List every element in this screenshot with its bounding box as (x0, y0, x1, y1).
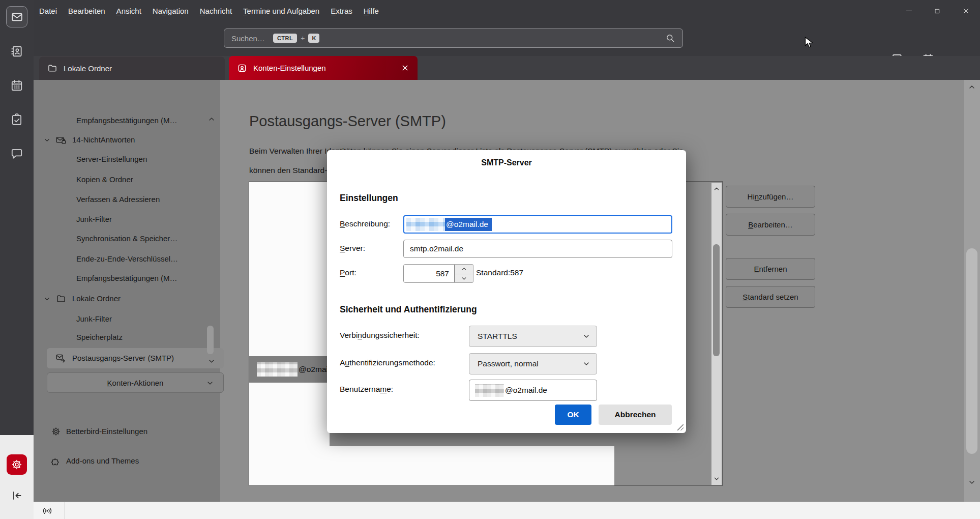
chevron-down-icon (582, 332, 590, 340)
server-details-panel (296, 446, 614, 485)
text-selection: @o2mail.de (406, 218, 492, 231)
tree-scroll-up-icon[interactable] (207, 115, 216, 123)
authentifizierungsmethode-label: Authentifizierungsmethode: (340, 358, 435, 367)
menu-hilfe[interactable]: Hilfe (358, 0, 384, 22)
tab-lokale-ordner[interactable]: Lokale Ordner (39, 56, 225, 80)
hinzufuegen-button[interactable]: Hinzufügen… (726, 186, 815, 208)
search-placeholder: Suchen… (231, 34, 265, 43)
menu-datei[interactable]: Datei (34, 0, 63, 22)
settings-gear-icon (11, 458, 23, 471)
tree-row-postausgangs-server[interactable]: Postausgangs-Server (SMTP) (47, 348, 224, 368)
port-label: Port: (340, 268, 357, 277)
listbox-scrollbar-thumb[interactable] (713, 244, 720, 356)
tree-row-empfangsbestaetigungen-2[interactable]: Empfangsbestätigungen (M… (76, 269, 177, 288)
spaces-toolbar (0, 0, 34, 519)
menu-termine[interactable]: Termine und Aufgaben (237, 0, 325, 22)
authentifizierungsmethode-value: Passwort, normal (478, 359, 539, 368)
puzzle-icon (51, 456, 61, 466)
tree-row-junk-filter-2[interactable]: Junk-Filter (76, 309, 112, 329)
collapse-spaces-icon[interactable] (10, 489, 23, 502)
selected-server-row[interactable]: @o2mail. (249, 356, 330, 383)
tree-scroll-down-icon[interactable] (207, 357, 216, 365)
mouse-cursor (803, 36, 816, 49)
menu-navigation[interactable]: Navigation (147, 0, 194, 22)
menu-nachricht[interactable]: Nachricht (194, 0, 237, 22)
tree-row-lokale-ordner[interactable]: Lokale Ordner (72, 289, 121, 308)
mail-account-lock-icon (55, 135, 66, 146)
tree-row-junk-filter-1[interactable]: Junk-Filter (76, 210, 112, 229)
benutzername-input[interactable]: @o2mail.de (469, 380, 597, 401)
tree-row-verfassen[interactable]: Verfassen & Adressieren (76, 190, 160, 209)
maximize-button[interactable] (923, 0, 952, 22)
close-icon (962, 7, 970, 15)
spin-down-icon (461, 275, 467, 282)
page-title: Postausgangs-Server (SMTP) (249, 113, 446, 130)
tree-row-empfangsbestaetigungen-1[interactable]: Empfangsbestätigungen (M… (76, 111, 177, 130)
status-bar (34, 502, 980, 519)
tree-row-server-einstellungen[interactable]: Server-Einstellungen (76, 150, 147, 169)
verbindungssicherheit-label: Verbindungssicherheit: (340, 331, 420, 340)
folder-icon (47, 63, 57, 73)
calendar-space-icon[interactable] (10, 79, 23, 92)
listbox-scroll-up-icon[interactable] (713, 185, 720, 192)
chat-space-icon[interactable] (10, 147, 23, 160)
port-input[interactable]: 587 (403, 264, 455, 283)
tasks-space-icon[interactable] (10, 113, 23, 126)
konten-aktionen-button[interactable]: Konten-Aktionen (47, 372, 224, 393)
tab-konten-einstellungen[interactable]: Konten-Einstellungen (229, 56, 418, 80)
listbox-scroll-down-icon[interactable] (713, 475, 720, 482)
main-scrollbar-thumb[interactable] (966, 248, 977, 454)
authentifizierungsmethode-select[interactable]: Passwort, normal (469, 353, 597, 374)
server-input[interactable]: smtp.o2mail.de (403, 240, 672, 258)
port-standard-hint: Standard:587 (476, 268, 523, 277)
expander-chevron-icon[interactable] (43, 295, 51, 303)
tree-row-speicherplatz[interactable]: Speicherplatz (76, 328, 123, 347)
broadcast-status-icon[interactable] (42, 505, 53, 516)
abbrechen-button[interactable]: Abbrechen (599, 405, 672, 425)
tree-scrollbar-thumb[interactable] (207, 326, 214, 354)
tree-row-kopien-ordner[interactable]: Kopien & Ordner (76, 170, 133, 189)
addressbook-space-icon[interactable] (10, 45, 23, 58)
port-spin-up-button[interactable] (455, 265, 473, 274)
standard-setzen-button[interactable]: Standard setzen (726, 286, 815, 308)
space-mail-button[interactable] (6, 6, 27, 27)
port-value: 587 (436, 269, 449, 278)
menubar: DateiBearbeitenAnsichtNavigationNachrich… (34, 0, 384, 22)
search-icon (665, 33, 675, 43)
tab-label: Konten-Einstellungen (253, 64, 326, 72)
gear-icon (51, 426, 61, 437)
account-icon (237, 63, 247, 73)
search-input[interactable]: Suchen… CTRL + K (224, 28, 683, 48)
menu-bearbeiten[interactable]: Bearbeiten (63, 0, 111, 22)
spin-up-icon (461, 266, 467, 272)
settings-space-button[interactable] (7, 454, 27, 475)
tree-row-synchronisation[interactable]: Synchronisation & Speicher… (76, 229, 177, 248)
addons-themes-item[interactable]: Add-ons und Themes (66, 456, 139, 466)
port-spin-down-button[interactable] (455, 274, 473, 283)
betterbird-einstellungen-item[interactable]: Betterbird-Einstellungen (66, 426, 147, 437)
entfernen-button[interactable]: Entfernen (726, 258, 815, 280)
shortcut-ctrl-badge: CTRL (273, 34, 297, 43)
ok-button[interactable]: OK (555, 405, 591, 425)
selected-server-label: @o2mail. (299, 356, 330, 383)
server-value: smtp.o2mail.de (410, 244, 463, 253)
app-window: DateiBearbeitenAnsichtNavigationNachrich… (0, 0, 980, 519)
tab-label: Lokale Ordner (64, 64, 112, 73)
main-scroll-up-icon[interactable] (968, 83, 976, 91)
close-button[interactable] (952, 0, 980, 22)
verbindungssicherheit-select[interactable]: STARTTLS (469, 326, 597, 347)
expander-chevron-icon[interactable] (43, 136, 51, 144)
minimize-button[interactable] (895, 0, 923, 22)
main-scroll-down-icon[interactable] (968, 478, 976, 486)
shortcut-k-badge: K (308, 34, 319, 43)
dialog-resize-grip[interactable] (676, 423, 684, 430)
beschreibung-input[interactable]: @o2mail.de (403, 215, 672, 234)
menu-extras[interactable]: Extras (325, 0, 358, 22)
tree-row-ende-zu-ende[interactable]: Ende-zu-Ende-Verschlüssel… (76, 249, 178, 269)
listbox-white-area-top (249, 182, 330, 356)
bearbeiten-button[interactable]: Bearbeiten… (726, 214, 815, 236)
tree-row-account[interactable]: 14-NichtAntworten (72, 130, 135, 150)
unified-toolbar: Suchen… CTRL + K (34, 22, 980, 56)
tab-close-icon[interactable] (401, 64, 409, 72)
menu-ansicht[interactable]: Ansicht (111, 0, 147, 22)
